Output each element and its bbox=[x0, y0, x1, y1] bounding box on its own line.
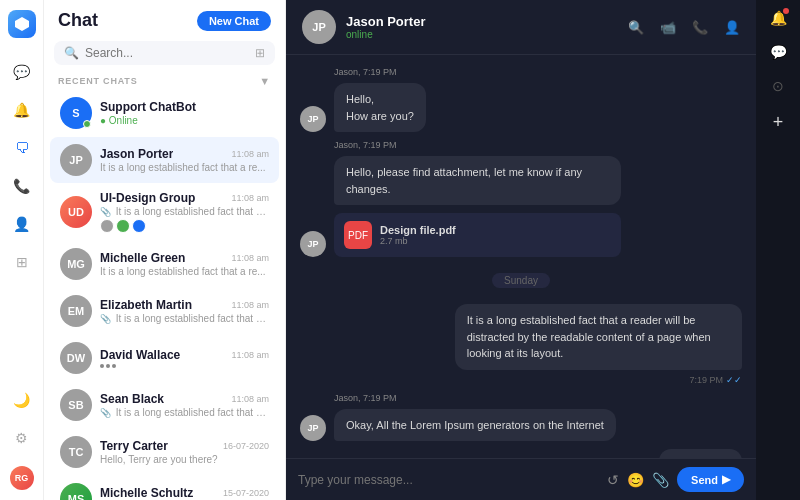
search-chat-icon[interactable]: 🔍 bbox=[628, 20, 644, 35]
chat-time-elizabeth: 11:08 am bbox=[231, 300, 269, 310]
attachment-icon: PDF bbox=[344, 221, 372, 249]
nav-icon-notification[interactable]: 🔔 bbox=[12, 100, 32, 120]
avatar-terry: TC bbox=[60, 436, 92, 468]
message-1: JP Jason, 7:19 PM Hello,How are you? bbox=[300, 67, 742, 132]
attachment-name: Design file.pdf bbox=[380, 224, 456, 236]
msg-sender-time-5: Jason, 7:19 PM bbox=[334, 393, 616, 403]
right-rail-chat-icon[interactable]: 💬 bbox=[770, 44, 787, 60]
chat-item-sean[interactable]: SB Sean Black 11:08 am 📎 It is a long es… bbox=[50, 382, 279, 428]
voice-call-icon[interactable]: 📞 bbox=[692, 20, 708, 35]
msg-bubble-6: Hello, David bbox=[659, 449, 742, 458]
chat-info-jason: Jason Porter 11:08 am It is a long estab… bbox=[100, 147, 269, 173]
add-member-icon[interactable]: 👤 bbox=[724, 20, 740, 35]
typing-indicator-david bbox=[100, 364, 269, 368]
app-logo bbox=[8, 10, 36, 38]
chat-time-david: 11:08 am bbox=[231, 350, 269, 360]
chat-preview-elizabeth: 📎 It is a long established fact that a .… bbox=[100, 313, 269, 324]
right-rail: 🔔 💬 ⊙ + bbox=[756, 0, 800, 500]
svg-marker-0 bbox=[15, 17, 29, 31]
msg-content-5: Jason, 7:19 PM Okay, All the Lorem Ipsum… bbox=[334, 393, 616, 442]
user-avatar-rail[interactable]: RG bbox=[10, 466, 34, 490]
send-arrow-icon: ▶ bbox=[722, 473, 730, 486]
msg-content-2: Jason, 7:19 PM Hello, please find attach… bbox=[334, 140, 621, 257]
msg-content-1: Jason, 7:19 PM Hello,How are you? bbox=[334, 67, 426, 132]
filter-icon[interactable]: ▼ bbox=[259, 75, 271, 87]
chat-time-michelle: 11:08 am bbox=[231, 253, 269, 263]
active-chat-avatar: JP bbox=[302, 10, 336, 44]
group-avatars bbox=[100, 219, 269, 233]
message-input[interactable] bbox=[298, 473, 599, 487]
chat-item-ui-design[interactable]: UD UI-Design Group 11:08 am 📎 It is a lo… bbox=[50, 184, 279, 240]
chat-name-david: David Wallace bbox=[100, 348, 180, 362]
attachment-input-icon[interactable]: 📎 bbox=[652, 472, 669, 488]
chat-time-jason: 11:08 am bbox=[231, 149, 269, 159]
grid-icon[interactable]: ⊞ bbox=[255, 46, 265, 60]
msg-sender-time-1: Jason, 7:19 PM bbox=[334, 67, 426, 77]
new-chat-button[interactable]: New Chat bbox=[197, 11, 271, 31]
chat-name-michelle: Michelle Green bbox=[100, 251, 185, 265]
avatar-sean: SB bbox=[60, 389, 92, 421]
nav-icon-layers[interactable]: ⊞ bbox=[12, 252, 32, 272]
chat-preview-terry: Hello, Terry are you there? bbox=[100, 454, 269, 465]
chat-info-terry: Terry Carter 16-07-2020 Hello, Terry are… bbox=[100, 439, 269, 465]
right-rail-notification-icon[interactable]: 🔔 bbox=[770, 10, 787, 26]
chat-item-terry[interactable]: TC Terry Carter 16-07-2020 Hello, Terry … bbox=[50, 429, 279, 475]
chat-item-david[interactable]: DW David Wallace 11:08 am bbox=[50, 335, 279, 381]
nav-icon-phone[interactable]: 📞 bbox=[12, 176, 32, 196]
chat-item-support[interactable]: S Support ChatBot ● Online bbox=[50, 90, 279, 136]
chat-time-sean: 11:08 am bbox=[231, 394, 269, 404]
chat-preview-michelle: It is a long established fact that a re.… bbox=[100, 266, 269, 277]
active-chat-info: Jason Porter online bbox=[346, 14, 425, 40]
chat-item-elizabeth[interactable]: EM Elizabeth Martin 11:08 am 📎 It is a l… bbox=[50, 288, 279, 334]
left-rail: 💬 🔔 🗨 📞 👤 ⊞ 🌙 ⚙ RG bbox=[0, 0, 44, 500]
send-button[interactable]: Send ▶ bbox=[677, 467, 744, 492]
chat-info-david: David Wallace 11:08 am bbox=[100, 348, 269, 368]
avatar-michelle-s: MS bbox=[60, 483, 92, 500]
avatar-ui-design: UD bbox=[60, 196, 92, 228]
nav-icon-profile[interactable]: 👤 bbox=[12, 214, 32, 234]
video-call-icon[interactable]: 📹 bbox=[660, 20, 676, 35]
nav-icon-settings[interactable]: ⚙ bbox=[12, 428, 32, 448]
chat-list-header: Chat New Chat bbox=[44, 0, 285, 37]
send-label: Send bbox=[691, 474, 718, 486]
chat-item-jason[interactable]: JP Jason Porter 11:08 am It is a long es… bbox=[50, 137, 279, 183]
chat-main: JP Jason Porter online 🔍 📹 📞 👤 JP Jason,… bbox=[286, 0, 756, 500]
avatar-michelle: MG bbox=[60, 248, 92, 280]
attachment-size: 2.7 mb bbox=[380, 236, 456, 246]
day-divider-sunday: Sunday bbox=[300, 273, 742, 288]
msg-avatar-2: JP bbox=[300, 231, 326, 257]
chat-time-ui-design: 11:08 am bbox=[231, 193, 269, 203]
search-icon: 🔍 bbox=[64, 46, 79, 60]
msg-bubble-4: It is a long established fact that a rea… bbox=[455, 304, 742, 370]
avatar-jason: JP bbox=[60, 144, 92, 176]
chat-header-icons: 🔍 📹 📞 👤 bbox=[628, 20, 740, 35]
nav-icon-moon[interactable]: 🌙 bbox=[12, 390, 32, 410]
msg-content-6: Hello, David 7:19 PM ✓✓ bbox=[659, 449, 742, 458]
msg-time-4: 7:19 PM ✓✓ bbox=[455, 375, 742, 385]
emoji-icon[interactable]: 😊 bbox=[627, 472, 644, 488]
search-input[interactable] bbox=[85, 46, 249, 60]
msg-avatar-5: JP bbox=[300, 415, 326, 441]
right-rail-github-icon[interactable]: ⊙ bbox=[772, 78, 784, 94]
chat-name-michelle-s: Michelle Schultz bbox=[100, 486, 193, 500]
chat-preview-support: ● Online bbox=[100, 115, 269, 126]
msg-avatar-1: JP bbox=[300, 106, 326, 132]
online-indicator bbox=[83, 120, 91, 128]
avatar-david: DW bbox=[60, 342, 92, 374]
attachment-card[interactable]: PDF Design file.pdf 2.7 mb bbox=[334, 213, 621, 257]
nav-icon-chat[interactable]: 🗨 bbox=[12, 138, 32, 158]
chat-preview-ui-design: 📎 It is a long established fact that a .… bbox=[100, 206, 269, 217]
message-4: It is a long established fact that a rea… bbox=[300, 304, 742, 385]
chat-item-michelle-s[interactable]: MS Michelle Schultz 15-07-2020 Meeting s… bbox=[50, 476, 279, 500]
avatar-support: S bbox=[60, 97, 92, 129]
messages-area: JP Jason, 7:19 PM Hello,How are you? JP … bbox=[286, 55, 756, 458]
chat-name-elizabeth: Elizabeth Martin bbox=[100, 298, 192, 312]
chat-preview-jason: It is a long established fact that a re.… bbox=[100, 162, 269, 173]
right-rail-add-icon[interactable]: + bbox=[773, 112, 784, 133]
chat-item-michelle[interactable]: MG Michelle Green 11:08 am It is a long … bbox=[50, 241, 279, 287]
search-bar: 🔍 ⊞ bbox=[54, 41, 275, 65]
message-2: JP Jason, 7:19 PM Hello, please find att… bbox=[300, 140, 742, 257]
chat-time-michelle-s: 15-07-2020 bbox=[223, 488, 269, 498]
refresh-icon[interactable]: ↺ bbox=[607, 472, 619, 488]
nav-icon-message[interactable]: 💬 bbox=[12, 62, 32, 82]
